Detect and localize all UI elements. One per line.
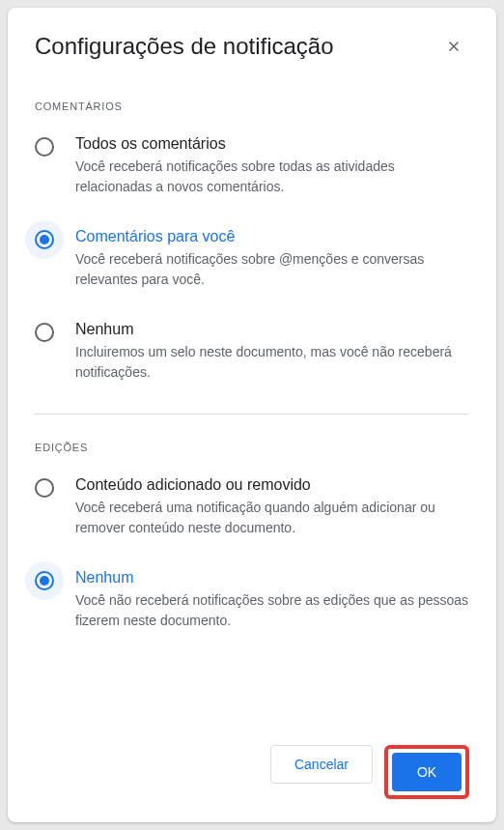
edits-section-label: EDIÇÕES (35, 442, 469, 453)
option-title: Comentários para você (75, 228, 469, 245)
option-description: Você receberá notificações sobre todas a… (75, 157, 469, 197)
option-title: Nenhum (75, 569, 469, 587)
close-icon (445, 38, 462, 55)
dialog-footer: Cancelar OK (35, 726, 469, 799)
option-title: Todos os comentários (75, 135, 469, 153)
radio-option-comments-for-you[interactable]: Comentários para você Você receberá noti… (35, 228, 469, 290)
ok-button-highlight: OK (384, 745, 469, 799)
close-button[interactable] (438, 31, 469, 62)
radio-button[interactable] (35, 571, 54, 590)
option-title: Conteúdo adicionado ou removido (75, 476, 469, 494)
option-content: Conteúdo adicionado ou removido Você rec… (75, 476, 469, 538)
radio-button[interactable] (35, 323, 54, 342)
option-description: Você receberá uma notificação quando alg… (75, 498, 469, 538)
option-description: Incluiremos um selo neste documento, mas… (75, 342, 469, 383)
radio-button[interactable] (35, 478, 54, 498)
ok-button[interactable]: OK (392, 753, 462, 791)
radio-option-all-comments[interactable]: Todos os comentários Você receberá notif… (35, 135, 469, 197)
dialog-header: Configurações de notificação (35, 31, 469, 62)
option-content: Comentários para você Você receberá noti… (75, 228, 469, 290)
option-content: Nenhum Você não receberá notificações so… (75, 569, 469, 631)
cancel-button[interactable]: Cancelar (270, 745, 373, 784)
radio-option-content-changed[interactable]: Conteúdo adicionado ou removido Você rec… (35, 476, 469, 538)
option-content: Nenhum Incluiremos um selo neste documen… (75, 321, 469, 383)
option-description: Você não receberá notificações sobre as … (75, 590, 469, 631)
radio-option-edits-none[interactable]: Nenhum Você não receberá notificações so… (35, 569, 469, 631)
comments-section-label: COMENTÁRIOS (35, 100, 469, 112)
radio-option-comments-none[interactable]: Nenhum Incluiremos um selo neste documen… (35, 321, 469, 383)
notification-settings-dialog: Configurações de notificação COMENTÁRIOS… (8, 8, 496, 822)
dialog-title: Configurações de notificação (35, 33, 334, 60)
option-title: Nenhum (75, 321, 469, 338)
option-content: Todos os comentários Você receberá notif… (75, 135, 469, 197)
radio-button[interactable] (35, 137, 54, 157)
section-divider (35, 414, 469, 415)
radio-button[interactable] (35, 230, 54, 249)
option-description: Você receberá notificações sobre @mençõe… (75, 249, 469, 290)
